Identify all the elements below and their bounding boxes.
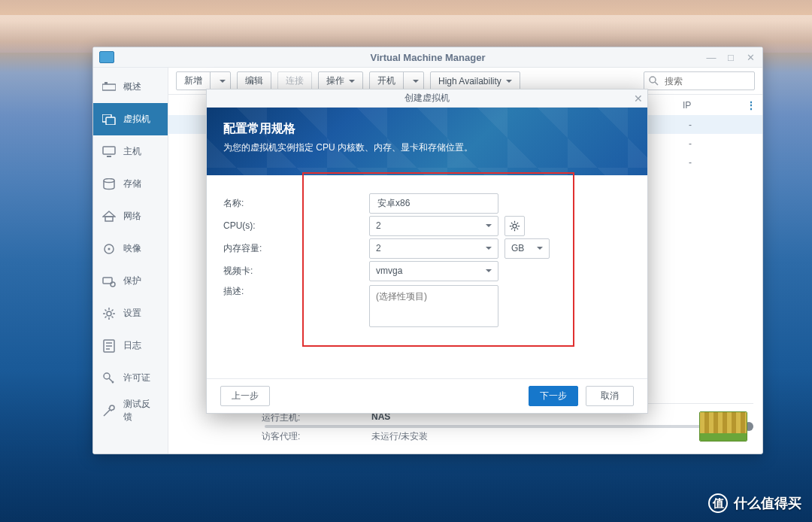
svg-rect-3 xyxy=(106,117,115,125)
memory-unit-select[interactable]: GB xyxy=(504,238,550,259)
memory-select[interactable]: 2 xyxy=(369,238,498,259)
label: 访客代理: xyxy=(262,430,371,443)
button-label: 上一步 xyxy=(232,390,259,402)
caret-down-icon[interactable] xyxy=(408,72,423,90)
sidebar-item-log[interactable]: 日志 xyxy=(93,329,168,362)
window-maximize-button[interactable]: □ xyxy=(722,50,740,65)
key-icon xyxy=(102,372,116,385)
sidebar-item-label: 许可证 xyxy=(123,372,150,384)
svg-point-6 xyxy=(104,178,114,182)
name-input[interactable] xyxy=(376,197,492,209)
caret-down-icon xyxy=(486,269,492,272)
svg-rect-0 xyxy=(102,84,116,90)
button-label: 下一步 xyxy=(540,390,567,402)
cpu-label: CPU(s): xyxy=(223,220,369,231)
dialog-body: 名称: CPU(s): 2 内存容量: 2 GB xyxy=(207,175,647,378)
cell-ip: - xyxy=(689,120,762,130)
caret-down-icon[interactable] xyxy=(215,72,230,90)
sidebar-item-settings[interactable]: 设置 xyxy=(93,297,168,329)
connect-button: 连接 xyxy=(277,71,312,90)
button-label: 取消 xyxy=(601,390,619,402)
desc-textarea[interactable] xyxy=(369,285,498,327)
sidebar-item-protect[interactable]: 保护 xyxy=(93,265,168,297)
svg-point-11 xyxy=(111,282,115,287)
search-box[interactable] xyxy=(644,71,755,90)
select-value: 2 xyxy=(376,243,381,253)
wrench-icon xyxy=(102,404,116,417)
name-label: 名称: xyxy=(223,197,369,210)
sidebar-item-vm[interactable]: 虚拟机 xyxy=(93,103,168,135)
search-input[interactable] xyxy=(663,75,750,87)
ha-button[interactable]: High Availability xyxy=(430,71,520,90)
dialog-title: 创建虚拟机 xyxy=(404,92,450,105)
cell-ip: - xyxy=(689,157,762,168)
dialog-close-button[interactable]: ✕ xyxy=(634,93,643,105)
value: 未运行/未安装 xyxy=(371,430,428,443)
gear-icon xyxy=(509,220,520,232)
svg-rect-1 xyxy=(105,82,108,84)
cell-ip: - xyxy=(689,138,762,149)
select-value: vmvga xyxy=(376,266,402,276)
svg-point-9 xyxy=(108,247,111,250)
button-label: 开机 xyxy=(370,72,404,90)
vm-icon xyxy=(102,113,116,126)
sidebar-item-image[interactable]: 映像 xyxy=(93,232,168,265)
sidebar-item-label: 网络 xyxy=(123,210,141,223)
titlebar: Virtual Machine Manager — □ ✕ xyxy=(93,47,762,68)
video-select[interactable]: vmvga xyxy=(369,261,498,281)
dialog-footer: 上一步 下一步 取消 xyxy=(207,378,647,413)
sidebar-item-label: 映像 xyxy=(123,242,141,255)
caret-down-icon xyxy=(349,80,355,83)
vm-thumbnail xyxy=(699,411,747,442)
svg-point-15 xyxy=(650,77,656,83)
watermark-text: 什么值得买 xyxy=(734,494,801,512)
desc-label: 描述: xyxy=(223,285,369,298)
columns-more-button[interactable]: ⋮ xyxy=(744,100,758,111)
select-value: GB xyxy=(511,243,524,253)
log-icon xyxy=(102,339,116,353)
power-button[interactable]: 开机 xyxy=(369,71,424,90)
column-ip[interactable]: IP xyxy=(677,100,744,111)
app-title: Virtual Machine Manager xyxy=(93,52,762,63)
sidebar: 概述 虚拟机 主机 存储 网络 映像 xyxy=(93,68,168,454)
sidebar-item-label: 设置 xyxy=(123,307,141,320)
sidebar-item-label: 日志 xyxy=(123,339,141,352)
sidebar-item-host[interactable]: 主机 xyxy=(93,135,168,168)
sidebar-item-label: 存储 xyxy=(123,178,141,190)
watermark: 值 什么值得买 xyxy=(708,493,801,513)
svg-rect-7 xyxy=(105,217,113,221)
dialog-banner: 配置常用规格 为您的虚拟机实例指定 CPU 内核数、内存、显卡和存储位置。 xyxy=(207,108,647,175)
edit-button[interactable]: 编辑 xyxy=(237,71,271,90)
cancel-button[interactable]: 取消 xyxy=(586,386,634,406)
button-label: 新增 xyxy=(177,72,211,90)
sidebar-item-label: 主机 xyxy=(123,145,141,158)
svg-point-16 xyxy=(513,224,517,228)
watermark-icon: 值 xyxy=(708,493,728,513)
button-label: 连接 xyxy=(286,74,304,87)
sidebar-item-storage[interactable]: 存储 xyxy=(93,168,168,200)
name-input-wrap xyxy=(369,193,498,214)
window-minimize-button[interactable]: — xyxy=(702,50,720,65)
banner-title: 配置常用规格 xyxy=(223,121,631,137)
sidebar-item-feedback[interactable]: 测试反馈 xyxy=(93,394,168,426)
window-close-button[interactable]: ✕ xyxy=(741,50,759,65)
sidebar-item-overview[interactable]: 概述 xyxy=(93,71,168,103)
operate-button[interactable]: 操作 xyxy=(318,71,363,90)
sidebar-item-label: 测试反馈 xyxy=(123,398,159,423)
cpu-settings-button[interactable] xyxy=(504,216,525,236)
caret-down-icon xyxy=(486,247,492,250)
next-button[interactable]: 下一步 xyxy=(529,386,578,406)
cpu-select[interactable]: 2 xyxy=(369,216,498,236)
protect-icon xyxy=(102,275,116,288)
video-label: 视频卡: xyxy=(223,265,369,278)
gear-icon xyxy=(102,307,116,320)
caret-down-icon xyxy=(486,224,492,227)
new-button[interactable]: 新增 xyxy=(176,71,231,90)
overview-icon xyxy=(102,80,116,94)
prev-button[interactable]: 上一步 xyxy=(220,386,270,406)
svg-rect-5 xyxy=(107,156,111,157)
sidebar-item-network[interactable]: 网络 xyxy=(93,200,168,232)
sidebar-item-license[interactable]: 许可证 xyxy=(93,362,168,394)
select-value: 2 xyxy=(376,220,381,231)
host-icon xyxy=(102,145,116,159)
